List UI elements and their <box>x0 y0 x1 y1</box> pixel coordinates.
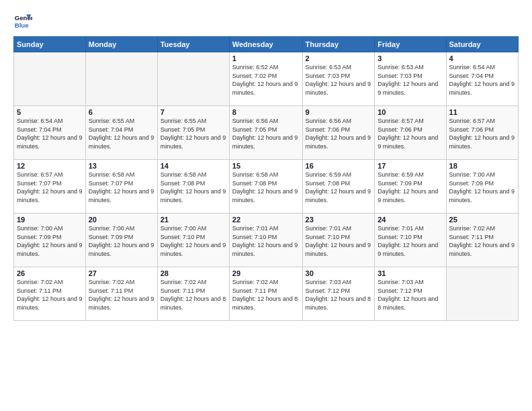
weekday-tuesday: Tuesday <box>157 37 229 52</box>
calendar-cell: 8Sunrise: 6:56 AMSunset: 7:05 PMDaylight… <box>229 106 302 160</box>
day-info: Sunrise: 7:03 AMSunset: 7:12 PMDaylight:… <box>378 278 443 312</box>
calendar-cell: 2Sunrise: 6:53 AMSunset: 7:03 PMDaylight… <box>302 52 375 106</box>
day-info: Sunrise: 7:01 AMSunset: 7:10 PMDaylight:… <box>306 224 372 258</box>
calendar-cell: 26Sunrise: 7:02 AMSunset: 7:11 PMDayligh… <box>14 267 86 321</box>
day-number: 5 <box>17 108 83 116</box>
calendar-cell <box>157 52 229 106</box>
calendar-cell <box>14 52 86 106</box>
calendar-cell: 19Sunrise: 7:00 AMSunset: 7:09 PMDayligh… <box>14 214 86 267</box>
calendar-cell: 6Sunrise: 6:55 AMSunset: 7:04 PMDaylight… <box>85 106 157 160</box>
calendar-cell: 4Sunrise: 6:54 AMSunset: 7:04 PMDaylight… <box>446 52 518 106</box>
day-number: 22 <box>232 216 300 224</box>
day-info: Sunrise: 6:55 AMSunset: 7:04 PMDaylight:… <box>89 117 154 150</box>
calendar-cell: 23Sunrise: 7:01 AMSunset: 7:10 PMDayligh… <box>302 214 375 267</box>
day-info: Sunrise: 7:00 AMSunset: 7:09 PMDaylight:… <box>89 224 154 258</box>
day-info: Sunrise: 7:02 AMSunset: 7:11 PMDaylight:… <box>17 278 83 312</box>
calendar-cell: 16Sunrise: 6:59 AMSunset: 7:08 PMDayligh… <box>302 160 375 214</box>
weekday-friday: Friday <box>375 37 446 52</box>
day-number: 21 <box>161 216 226 224</box>
calendar-cell: 11Sunrise: 6:57 AMSunset: 7:06 PMDayligh… <box>446 106 518 160</box>
week-row-4: 19Sunrise: 7:00 AMSunset: 7:09 PMDayligh… <box>14 214 519 267</box>
day-info: Sunrise: 6:58 AMSunset: 7:08 PMDaylight:… <box>232 171 300 204</box>
day-number: 25 <box>449 216 515 224</box>
day-info: Sunrise: 6:58 AMSunset: 7:08 PMDaylight:… <box>161 171 226 204</box>
day-number: 15 <box>232 162 300 170</box>
day-info: Sunrise: 6:58 AMSunset: 7:07 PMDaylight:… <box>89 171 154 204</box>
calendar-cell: 15Sunrise: 6:58 AMSunset: 7:08 PMDayligh… <box>229 160 302 214</box>
day-info: Sunrise: 7:00 AMSunset: 7:09 PMDaylight:… <box>449 171 515 204</box>
day-info: Sunrise: 6:57 AMSunset: 7:06 PMDaylight:… <box>378 117 443 150</box>
day-number: 12 <box>17 162 83 170</box>
calendar-cell: 10Sunrise: 6:57 AMSunset: 7:06 PMDayligh… <box>375 106 446 160</box>
day-number: 26 <box>17 269 83 277</box>
calendar-cell: 28Sunrise: 7:02 AMSunset: 7:11 PMDayligh… <box>157 267 229 321</box>
day-number: 3 <box>378 54 443 62</box>
day-number: 14 <box>161 162 226 170</box>
weekday-saturday: Saturday <box>446 37 518 52</box>
day-info: Sunrise: 6:54 AMSunset: 7:04 PMDaylight:… <box>449 63 515 97</box>
day-number: 17 <box>378 162 443 170</box>
day-info: Sunrise: 6:56 AMSunset: 7:06 PMDaylight:… <box>306 117 372 150</box>
day-number: 30 <box>306 269 372 277</box>
calendar-cell: 18Sunrise: 7:00 AMSunset: 7:09 PMDayligh… <box>446 160 518 214</box>
day-info: Sunrise: 7:00 AMSunset: 7:09 PMDaylight:… <box>17 224 83 258</box>
calendar-cell: 17Sunrise: 6:59 AMSunset: 7:09 PMDayligh… <box>375 160 446 214</box>
day-number: 11 <box>449 108 515 116</box>
calendar-cell: 30Sunrise: 7:03 AMSunset: 7:12 PMDayligh… <box>302 267 375 321</box>
day-number: 28 <box>161 269 226 277</box>
calendar-cell: 22Sunrise: 7:01 AMSunset: 7:10 PMDayligh… <box>229 214 302 267</box>
day-number: 27 <box>89 269 154 277</box>
day-info: Sunrise: 7:02 AMSunset: 7:11 PMDaylight:… <box>161 278 226 312</box>
day-info: Sunrise: 7:01 AMSunset: 7:10 PMDaylight:… <box>232 224 300 258</box>
calendar-cell: 13Sunrise: 6:58 AMSunset: 7:07 PMDayligh… <box>85 160 157 214</box>
day-info: Sunrise: 6:56 AMSunset: 7:05 PMDaylight:… <box>232 117 300 150</box>
day-info: Sunrise: 7:02 AMSunset: 7:11 PMDaylight:… <box>89 278 154 312</box>
calendar-cell: 31Sunrise: 7:03 AMSunset: 7:12 PMDayligh… <box>375 267 446 321</box>
calendar-cell: 20Sunrise: 7:00 AMSunset: 7:09 PMDayligh… <box>85 214 157 267</box>
day-info: Sunrise: 7:00 AMSunset: 7:10 PMDaylight:… <box>161 224 226 258</box>
weekday-sunday: Sunday <box>14 37 86 52</box>
day-number: 19 <box>17 216 83 224</box>
day-number: 9 <box>306 108 372 116</box>
weekday-monday: Monday <box>85 37 157 52</box>
header: General Blue <box>13 12 519 31</box>
day-info: Sunrise: 7:02 AMSunset: 7:11 PMDaylight:… <box>232 278 300 312</box>
day-info: Sunrise: 6:57 AMSunset: 7:06 PMDaylight:… <box>449 117 515 150</box>
day-info: Sunrise: 6:52 AMSunset: 7:02 PMDaylight:… <box>232 63 300 97</box>
day-number: 16 <box>306 162 372 170</box>
day-info: Sunrise: 6:59 AMSunset: 7:08 PMDaylight:… <box>306 171 372 204</box>
svg-text:Blue: Blue <box>15 21 29 29</box>
week-row-1: 1Sunrise: 6:52 AMSunset: 7:02 PMDaylight… <box>14 52 519 106</box>
day-info: Sunrise: 7:02 AMSunset: 7:11 PMDaylight:… <box>449 224 515 258</box>
calendar-cell: 12Sunrise: 6:57 AMSunset: 7:07 PMDayligh… <box>14 160 86 214</box>
day-number: 7 <box>161 108 226 116</box>
day-info: Sunrise: 7:03 AMSunset: 7:12 PMDaylight:… <box>306 278 372 312</box>
week-row-3: 12Sunrise: 6:57 AMSunset: 7:07 PMDayligh… <box>14 160 519 214</box>
calendar-cell: 24Sunrise: 7:01 AMSunset: 7:10 PMDayligh… <box>375 214 446 267</box>
calendar-cell: 29Sunrise: 7:02 AMSunset: 7:11 PMDayligh… <box>229 267 302 321</box>
calendar-cell: 5Sunrise: 6:54 AMSunset: 7:04 PMDaylight… <box>14 106 86 160</box>
calendar-cell: 7Sunrise: 6:55 AMSunset: 7:05 PMDaylight… <box>157 106 229 160</box>
day-number: 23 <box>306 216 372 224</box>
logo: General Blue <box>13 12 35 31</box>
weekday-wednesday: Wednesday <box>229 37 302 52</box>
calendar-table: SundayMondayTuesdayWednesdayThursdayFrid… <box>13 36 519 321</box>
day-number: 29 <box>232 269 300 277</box>
calendar-cell: 27Sunrise: 7:02 AMSunset: 7:11 PMDayligh… <box>85 267 157 321</box>
day-info: Sunrise: 6:59 AMSunset: 7:09 PMDaylight:… <box>378 171 443 204</box>
day-number: 24 <box>378 216 443 224</box>
calendar-cell <box>85 52 157 106</box>
calendar-cell <box>446 267 518 321</box>
day-number: 6 <box>89 108 154 116</box>
calendar-cell: 21Sunrise: 7:00 AMSunset: 7:10 PMDayligh… <box>157 214 229 267</box>
logo-icon: General Blue <box>13 12 32 31</box>
calendar-cell: 25Sunrise: 7:02 AMSunset: 7:11 PMDayligh… <box>446 214 518 267</box>
day-number: 2 <box>306 54 372 62</box>
day-number: 10 <box>378 108 443 116</box>
calendar-cell: 9Sunrise: 6:56 AMSunset: 7:06 PMDaylight… <box>302 106 375 160</box>
day-number: 18 <box>449 162 515 170</box>
week-row-2: 5Sunrise: 6:54 AMSunset: 7:04 PMDaylight… <box>14 106 519 160</box>
weekday-header-row: SundayMondayTuesdayWednesdayThursdayFrid… <box>14 37 519 52</box>
calendar-cell: 14Sunrise: 6:58 AMSunset: 7:08 PMDayligh… <box>157 160 229 214</box>
day-info: Sunrise: 6:57 AMSunset: 7:07 PMDaylight:… <box>17 171 83 204</box>
